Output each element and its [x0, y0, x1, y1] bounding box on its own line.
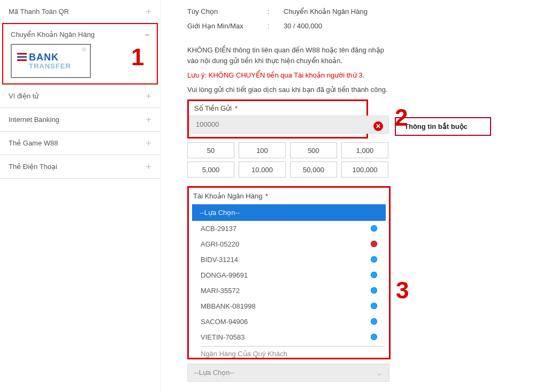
annotation-number-2: 2	[395, 104, 408, 131]
sidebar-item-label: Internet Banking	[9, 116, 59, 124]
account-option-label: AGRI-05220	[201, 240, 239, 248]
account-option-label: BIDV-31214	[201, 256, 238, 264]
quick-amount-grid: 50 100 500 1,000 5,000 10,000 50,000 100…	[187, 142, 514, 178]
logo-text-1: BANK	[29, 52, 59, 63]
required-mark: *	[235, 104, 238, 112]
account-option-label: DONGA-99691	[201, 271, 248, 279]
limit-label: Giới Hạn Min/Max	[187, 22, 268, 30]
amount-label: Số Tiền Gửi	[194, 104, 232, 112]
account-option[interactable]: VIETIN-70583	[193, 329, 385, 345]
annotation-number-3: 3	[396, 277, 409, 304]
bank-transfer-logo[interactable]: ☆ BANK TRANSFER	[11, 44, 91, 78]
account-option-label: MARI-35572	[201, 287, 240, 295]
error-icon: ✕	[373, 121, 383, 131]
status-dot-icon	[371, 303, 377, 309]
sidebar-item-internet-banking[interactable]: Internet Banking +	[0, 108, 160, 132]
account-option[interactable]: AGRI-05220	[193, 236, 385, 252]
sidebar-item-phone-card[interactable]: Thẻ Điện Thoại +	[0, 155, 160, 179]
status-dot-icon	[371, 287, 377, 294]
account-option[interactable]: BIDV-31214	[193, 252, 385, 267]
quick-amount-button[interactable]: 50,000	[290, 162, 337, 178]
quick-amount-button[interactable]: 10,000	[239, 162, 286, 178]
collapse-icon: –	[146, 30, 149, 39]
status-dot-icon	[371, 272, 377, 278]
amount-input[interactable]	[189, 116, 389, 134]
colon: :	[268, 22, 284, 30]
your-bank-select[interactable]: --Lựa Chọn-- ⌄	[187, 364, 389, 382]
account-label: Tài Khoản Ngân Hàng	[193, 192, 262, 200]
your-bank-label: Ngân Hàng Của Quý Khách	[201, 346, 385, 358]
status-dot-icon	[371, 318, 377, 325]
main-content: Tùy Chọn : Chuyển Khoản Ngân Hàng Giới H…	[160, 0, 535, 392]
account-option-label: MBBANK-081998	[201, 302, 256, 310]
amount-section: Số Tiền Gửi *	[187, 99, 368, 139]
required-mark: *	[265, 192, 268, 200]
quick-amount-button[interactable]: 1,000	[341, 142, 388, 158]
account-option[interactable]: DONGA-99691	[193, 267, 385, 283]
sidebar-item-label: Thẻ Điện Thoại	[9, 163, 57, 171]
account-option[interactable]: SACOM-94906	[193, 314, 385, 329]
opt-value: Chuyển Khoản Ngân Hàng	[284, 7, 368, 16]
account-selected-option[interactable]: --Lựa Chọn--	[192, 204, 386, 221]
sidebar-item-qr[interactable]: Mã Thanh Toán QR +	[0, 0, 160, 24]
quick-amount-button[interactable]: 50	[187, 142, 234, 158]
error-tooltip: Thông tin bắt buộc	[395, 117, 491, 136]
status-dot-icon	[371, 256, 377, 263]
quick-amount-button[interactable]: 5,000	[187, 162, 234, 178]
star-icon: ☆	[81, 46, 87, 53]
status-dot-icon	[371, 241, 377, 247]
bank-account-section: Tài Khoản Ngân Hàng * --Lựa Chọn-- ACB-2…	[187, 186, 391, 359]
annotation-number-1: 1	[131, 44, 144, 71]
note-warning: KHÔNG ĐIỀN thông tin liên quan đến W88 h…	[187, 45, 396, 66]
your-bank-value: --Lựa Chọn--	[194, 368, 234, 376]
stripes-icon	[17, 53, 27, 61]
account-option[interactable]: MARI-35572	[193, 283, 385, 298]
note-info: Vui lòng gửi chi tiết giao dịch sau khi …	[187, 84, 396, 95]
account-option-label: SACOM-94906	[201, 318, 248, 326]
colon: :	[268, 7, 284, 16]
sidebar-item-label: Chuyển Khoản Ngân Hàng	[11, 30, 95, 39]
sidebar-item-game-card[interactable]: Thẻ Game W88 +	[0, 132, 160, 155]
note-red: Lưu ý: KHÔNG CHUYỂN tiền qua Tài khoản n…	[187, 71, 514, 79]
account-option-label: VIETIN-70583	[201, 333, 244, 341]
sidebar-item-ewallet[interactable]: Ví điện tử +	[0, 84, 160, 108]
opt-label: Tùy Chọn	[187, 7, 268, 16]
status-dot-icon	[371, 334, 377, 340]
sidebar-item-label: Mã Thanh Toán QR	[9, 7, 69, 16]
status-dot-icon	[371, 225, 377, 232]
quick-amount-button[interactable]: 100	[239, 142, 286, 158]
account-option-label: ACB-29137	[201, 225, 236, 233]
limit-value: 30 / 400,000	[284, 22, 322, 30]
chevron-down-icon: ⌄	[376, 368, 383, 377]
account-option[interactable]: ACB-29137	[193, 221, 385, 236]
quick-amount-button[interactable]: 500	[290, 142, 337, 158]
sidebar-item-label: Thẻ Game W88	[9, 139, 58, 147]
logo-text-2: TRANSFER	[29, 62, 71, 70]
quick-amount-button[interactable]: 100,000	[341, 162, 388, 178]
sidebar-item-label: Ví điện tử	[9, 92, 39, 100]
account-option[interactable]: MBBANK-081998	[193, 298, 385, 314]
